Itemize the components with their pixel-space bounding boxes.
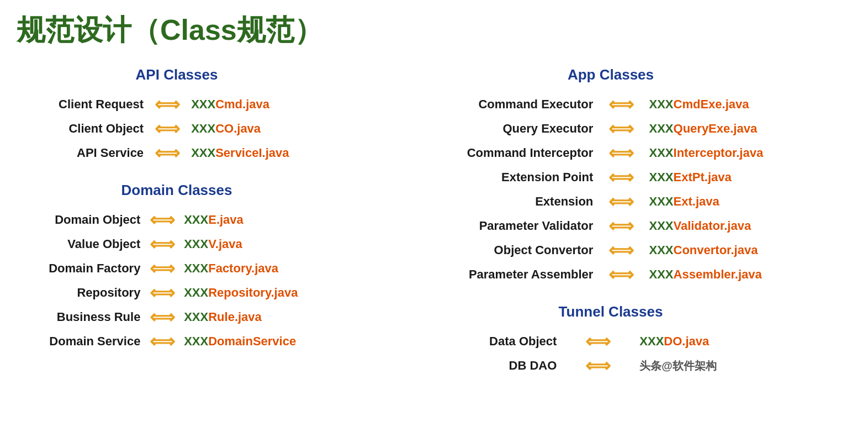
domain-classes-title: Domain Classes: [17, 182, 337, 199]
java-suffix: E.java: [208, 213, 244, 227]
class-label: Object Convertor: [370, 238, 595, 262]
class-label: Repository: [17, 281, 142, 305]
table-row: Client Object⟺XXXCO.java: [17, 117, 337, 141]
arrow-icon: ⟺: [595, 214, 647, 238]
api-classes-table: Client Request⟺XXXCmd.javaClient Object⟺…: [17, 92, 337, 165]
app-classes-title: App Classes: [370, 66, 851, 83]
java-prefix: XXX: [649, 267, 674, 281]
java-suffix: Rule.java: [208, 310, 262, 324]
java-class-name: XXXAssembler.java: [647, 262, 852, 287]
java-suffix: Ext.java: [674, 194, 719, 208]
java-suffix: CO.java: [215, 122, 261, 135]
java-prefix: XXX: [649, 219, 674, 233]
arrow-icon: ⟺: [595, 238, 647, 262]
java-suffix: Repository.java: [208, 286, 298, 299]
java-suffix: Factory.java: [208, 261, 278, 275]
arrow-icon: ⟺: [142, 232, 182, 256]
java-suffix: Cmd.java: [215, 97, 269, 111]
app-classes-table: Command Executor⟺XXXCmdExe.javaQuery Exe…: [370, 92, 851, 287]
left-column: API Classes Client Request⟺XXXCmd.javaCl…: [17, 61, 337, 378]
class-label: Parameter Assembler: [370, 262, 595, 287]
java-suffix: Interceptor.java: [674, 146, 764, 160]
arrow-icon: ⟺: [146, 92, 189, 117]
java-prefix: XXX: [649, 194, 674, 208]
java-class-name: XXXConvertor.java: [647, 238, 852, 262]
tunnel-classes-section: Tunnel Classes Data Object⟺XXXDO.javaDB …: [370, 303, 851, 378]
java-prefix: XXX: [184, 213, 208, 227]
arrow-icon: ⟺: [595, 189, 647, 214]
arrow-icon: ⟺: [142, 208, 182, 232]
java-class-name: XXXExtPt.java: [647, 165, 852, 189]
table-row: Client Request⟺XXXCmd.java: [17, 92, 337, 117]
arrow-icon: ⟺: [142, 256, 182, 281]
java-class-name: XXXE.java: [182, 208, 337, 232]
java-prefix: XXX: [649, 146, 674, 160]
arrow-icon: ⟺: [595, 117, 647, 141]
watermark-text: 头条@软件架构: [639, 360, 717, 372]
arrow-icon: ⟺: [595, 262, 647, 287]
class-label: Value Object: [17, 232, 142, 256]
java-class-name: XXXCmd.java: [189, 92, 337, 117]
table-row: Business Rule⟺XXXRule.java: [17, 305, 337, 329]
java-class-name: XXXCO.java: [189, 117, 337, 141]
arrow-icon: ⟺: [559, 329, 637, 354]
table-row: Command Executor⟺XXXCmdExe.java: [370, 92, 851, 117]
java-prefix: XXX: [649, 122, 674, 135]
table-row: Parameter Assembler⟺XXXAssembler.java: [370, 262, 851, 287]
arrow-icon: ⟺: [146, 141, 189, 165]
class-label: Business Rule: [17, 305, 142, 329]
java-suffix: ServiceI.java: [215, 146, 289, 160]
app-classes-section: App Classes Command Executor⟺XXXCmdExe.j…: [370, 66, 851, 287]
tunnel-classes-title: Tunnel Classes: [370, 303, 851, 320]
java-prefix: XXX: [184, 261, 208, 275]
java-prefix: XXX: [191, 122, 215, 135]
class-label: Parameter Validator: [370, 214, 595, 238]
api-classes-section: API Classes Client Request⟺XXXCmd.javaCl…: [17, 66, 337, 165]
java-class-name: XXXRepository.java: [182, 281, 337, 305]
table-row: Extension⟺XXXExt.java: [370, 189, 851, 214]
class-label: Domain Factory: [17, 256, 142, 281]
java-suffix: Assembler.java: [674, 267, 762, 281]
tunnel-classes-table: Data Object⟺XXXDO.javaDB DAO⟺头条@软件架构: [370, 329, 851, 378]
java-suffix: ExtPt.java: [674, 170, 732, 184]
java-class-name: XXXQueryExe.java: [647, 117, 852, 141]
arrow-icon: ⟺: [559, 354, 637, 378]
class-label: API Service: [17, 141, 146, 165]
class-label: Command Interceptor: [370, 141, 595, 165]
java-suffix: QueryExe.java: [674, 122, 758, 135]
java-prefix: XXX: [639, 334, 664, 348]
java-prefix: XXX: [649, 243, 674, 257]
table-row: Command Interceptor⟺XXXInterceptor.java: [370, 141, 851, 165]
class-label: Client Request: [17, 92, 146, 117]
java-prefix: XXX: [184, 334, 208, 348]
table-row: API Service⟺XXXServiceI.java: [17, 141, 337, 165]
java-class-name: XXXValidator.java: [647, 214, 852, 238]
table-row: Domain Service⟺XXXDomainService: [17, 329, 337, 354]
table-row: Domain Object⟺XXXE.java: [17, 208, 337, 232]
java-suffix: CmdExe.java: [674, 97, 749, 111]
java-class-name: 头条@软件架构: [637, 354, 851, 378]
java-prefix: XXX: [184, 237, 208, 251]
arrow-icon: ⟺: [142, 329, 182, 354]
java-prefix: XXX: [191, 146, 215, 160]
java-prefix: XXX: [191, 97, 215, 111]
table-row: Value Object⟺XXXV.java: [17, 232, 337, 256]
arrow-icon: ⟺: [595, 141, 647, 165]
domain-classes-section: Domain Classes Domain Object⟺XXXE.javaVa…: [17, 182, 337, 354]
java-suffix: Convertor.java: [674, 243, 758, 257]
java-suffix: V.java: [208, 237, 242, 251]
arrow-icon: ⟺: [142, 305, 182, 329]
java-class-name: XXXV.java: [182, 232, 337, 256]
java-class-name: XXXRule.java: [182, 305, 337, 329]
class-label: Command Executor: [370, 92, 595, 117]
java-class-name: XXXCmdExe.java: [647, 92, 852, 117]
java-class-name: XXXInterceptor.java: [647, 141, 852, 165]
class-label: Extension: [370, 189, 595, 214]
java-prefix: XXX: [184, 310, 208, 324]
arrow-icon: ⟺: [595, 165, 647, 189]
table-row: Extension Point⟺XXXExtPt.java: [370, 165, 851, 189]
java-class-name: XXXFactory.java: [182, 256, 337, 281]
class-label: Extension Point: [370, 165, 595, 189]
table-row: Object Convertor⟺XXXConvertor.java: [370, 238, 851, 262]
java-suffix: DomainService: [208, 334, 296, 348]
